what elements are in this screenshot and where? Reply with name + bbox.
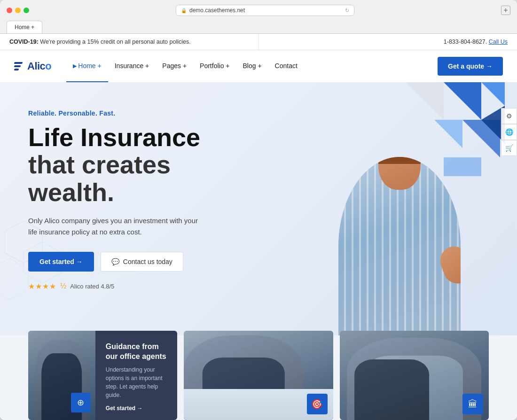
svg-marker-2 — [0, 258, 28, 300]
notif-left: COVID-19: We're providing a 15% credit o… — [0, 34, 259, 50]
card-guidance-link[interactable]: Get started → — [106, 405, 167, 412]
card-guidance: ⊕ Guidance from our office agents Unders… — [28, 331, 177, 420]
maximize-button[interactable] — [24, 8, 29, 13]
rating-text: Alico rated 4.8/5 — [70, 283, 114, 290]
browser-titlebar: 🔒 demo.casethemes.net ↻ + — [0, 0, 517, 21]
svg-marker-8 — [444, 157, 481, 176]
minimize-button[interactable] — [15, 8, 21, 13]
notif-covid-text: We're providing a 15% credit on all pers… — [40, 39, 190, 45]
new-tab-button[interactable]: + — [501, 6, 510, 15]
logo-bar-2 — [14, 65, 21, 67]
notification-bar: COVID-19: We're providing a 15% credit o… — [0, 34, 517, 50]
notif-phone: 1-833-804-8627. — [444, 39, 487, 45]
nav-item-insurance[interactable]: Insurance + — [108, 50, 156, 82]
hero-title-line3: wealth. — [28, 179, 207, 206]
chat-icon: 💬 — [111, 258, 119, 265]
browser-controls: + — [501, 6, 510, 15]
nav-item-home[interactable]: ▶ Home + — [66, 50, 108, 82]
card-photo-bg: ⊕ — [28, 331, 95, 420]
close-button[interactable] — [7, 8, 12, 13]
call-us-link[interactable]: Call Us — [489, 39, 508, 45]
svg-marker-6 — [434, 120, 462, 148]
contact-btn-label: Contact us today — [123, 258, 172, 265]
geo-svg — [406, 82, 505, 181]
card-photo-icon: ⊕ — [71, 393, 91, 412]
side-tools: ⚙ 🌐 🛒 — [501, 108, 517, 156]
notif-covid-label: COVID-19: — [9, 39, 39, 45]
logo-bars — [14, 62, 23, 70]
url-input[interactable]: 🔒 demo.casethemes.net ↻ — [176, 5, 354, 16]
logo-bar-3 — [14, 69, 19, 70]
nav-arrow-icon: ▶ — [73, 63, 77, 69]
hero-title-line1: Life Insurance — [28, 124, 207, 151]
card-text-overlay: Guidance from our office agents Understa… — [95, 331, 178, 420]
nav-menu: ▶ Home + Insurance + Pages + Portfolio +… — [66, 50, 438, 82]
navbar: Alico ▶ Home + Insurance + Pages + Portf… — [0, 50, 517, 82]
nav-item-portfolio[interactable]: Portfolio + — [193, 50, 236, 82]
svg-marker-3 — [444, 82, 481, 120]
rating-stars: ★★★★ — [28, 282, 56, 291]
globe-icon[interactable]: 🌐 — [501, 124, 517, 140]
gear-icon[interactable]: ⚙ — [501, 108, 517, 124]
logo[interactable]: Alico — [14, 60, 51, 72]
card-target-icon: 🎯 — [307, 394, 328, 414]
card-bank-icon: 🏛 — [462, 394, 483, 414]
bottom-cards: ⊕ Guidance from our office agents Unders… — [0, 331, 517, 420]
nav-item-contact[interactable]: Contact — [268, 50, 304, 82]
hero-title: Life Insurance that creates wealth. — [28, 124, 207, 206]
card-person3-suit2 — [354, 359, 429, 420]
svg-marker-4 — [481, 82, 505, 106]
logo-bar-1 — [14, 62, 23, 64]
traffic-lights — [7, 8, 29, 13]
browser-chrome: 🔒 demo.casethemes.net ↻ + Home + — [0, 0, 517, 34]
person-body — [338, 157, 461, 335]
get-started-button[interactable]: Get started → — [28, 252, 94, 272]
contact-us-button[interactable]: 💬 Contact us today — [101, 252, 183, 272]
address-bar: 🔒 demo.casethemes.net ↻ — [34, 5, 496, 16]
hero-content: Reliable. Personable. Fast. Life Insuran… — [28, 105, 207, 291]
website-wrapper: Reliable. Personable. Fast. Life Insuran… — [0, 82, 517, 420]
hero-section: Reliable. Personable. Fast. Life Insuran… — [0, 82, 517, 335]
card-guidance-desc: Understanding your options is an importa… — [106, 366, 167, 399]
nav-cta-button[interactable]: Get a quote → — [438, 57, 503, 76]
browser-tabs: Home + — [0, 21, 517, 33]
logo-icon — [14, 62, 24, 70]
hero-buttons: Get started → 💬 Contact us today — [28, 252, 207, 272]
hero-tagline: Reliable. Personable. Fast. — [28, 109, 207, 117]
browser-tab-home[interactable]: Home + — [7, 21, 42, 33]
nav-item-blog[interactable]: Blog + — [236, 50, 268, 82]
card-photo-3: 🏛 — [340, 331, 489, 420]
geo-shapes-decoration — [406, 82, 505, 183]
hero-title-line2: that creates — [28, 151, 207, 178]
reload-icon[interactable]: ↻ — [345, 8, 349, 14]
logo-text: Alico — [27, 60, 51, 72]
svg-marker-9 — [406, 82, 444, 120]
rating-half-star: ½ — [60, 282, 66, 290]
lock-icon: 🔒 — [181, 8, 187, 13]
browser-window: 🔒 demo.casethemes.net ↻ + Home + ⚙ 🌐 🛒 C… — [0, 0, 517, 420]
card-guidance-title: Guidance from our office agents — [106, 342, 167, 362]
hero-description: Only Alico company gives you an investme… — [28, 215, 207, 238]
nav-item-pages[interactable]: Pages + — [156, 50, 193, 82]
notif-right: 1-833-804-8627. Call Us — [259, 34, 517, 50]
logo-accent: o — [45, 60, 51, 72]
card-photo-left: ⊕ — [28, 331, 95, 420]
card-photo-2: 🎯 — [184, 331, 333, 420]
website: ⚙ 🌐 🛒 COVID-19: We're providing a 15% cr… — [0, 34, 517, 420]
hero-rating: ★★★★ ½ Alico rated 4.8/5 — [28, 282, 207, 291]
cart-icon[interactable]: 🛒 — [501, 140, 517, 156]
url-text: demo.casethemes.net — [189, 7, 245, 14]
